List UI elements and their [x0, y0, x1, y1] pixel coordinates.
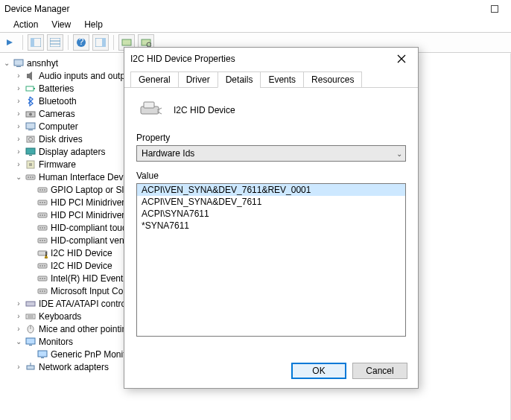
expand-icon[interactable]: › — [13, 135, 24, 143]
svg-rect-78 — [144, 102, 154, 108]
value-item[interactable]: ACPI\VEN_SYNA&DEV_7611 — [137, 196, 405, 208]
menubar: Action View Help — [0, 17, 511, 32]
tree-item-label: Network adapters — [37, 362, 109, 372]
window-maximize-button[interactable] — [477, 0, 511, 17]
ide-icon — [24, 298, 37, 310]
keyboard-icon — [24, 311, 37, 322]
cancel-button[interactable]: Cancel — [352, 363, 407, 379]
toolbar-btn-3[interactable] — [92, 34, 109, 51]
tree-item-label: Generic PnP Monitor — [49, 349, 133, 360]
tree-item-label: Computer — [37, 121, 78, 132]
expand-icon[interactable]: › — [13, 299, 24, 308]
expand-icon[interactable]: ⌄ — [13, 337, 24, 346]
tab-details[interactable]: Details — [218, 71, 261, 88]
tab-general[interactable]: General — [130, 71, 179, 88]
expand-icon[interactable]: ⌄ — [13, 173, 24, 181]
expand-icon[interactable]: › — [13, 71, 24, 80]
value-listbox[interactable]: ACPI\VEN_SYNA&DEV_7611&REV_0001ACPI\VEN_… — [136, 183, 406, 337]
hid-icon — [24, 171, 37, 183]
camera-icon — [24, 108, 37, 120]
property-combo[interactable]: Hardware Ids ⌄ — [136, 145, 406, 162]
hid-icon — [36, 209, 49, 221]
dialog-close-button[interactable] — [391, 51, 412, 67]
expand-icon[interactable]: ⌄ — [1, 59, 12, 67]
value-item[interactable]: *SYNA7611 — [137, 220, 405, 232]
svg-point-48 — [39, 240, 41, 241]
property-label: Property — [136, 133, 406, 143]
svg-point-60 — [44, 278, 45, 279]
svg-rect-20 — [28, 130, 33, 130]
svg-point-49 — [42, 240, 43, 241]
bluetooth-icon — [24, 95, 37, 107]
cancel-button-label: Cancel — [366, 366, 393, 376]
svg-point-37 — [42, 202, 43, 203]
grid-icon — [50, 38, 60, 47]
tab-driver[interactable]: Driver — [178, 71, 218, 88]
value-label: Value — [136, 171, 406, 181]
svg-rect-66 — [26, 314, 35, 319]
arrow-right-icon — [5, 38, 14, 47]
svg-rect-74 — [41, 357, 44, 358]
nav-forward-button[interactable] — [1, 34, 18, 51]
svg-rect-16 — [34, 88, 35, 89]
toolbar-btn-1[interactable] — [28, 34, 44, 51]
svg-rect-72 — [29, 345, 32, 346]
net-icon — [24, 361, 37, 373]
expand-icon[interactable]: › — [13, 84, 24, 92]
toolbar-separator — [68, 35, 69, 50]
device-name: I2C HID Device — [174, 105, 235, 115]
close-icon — [397, 54, 406, 63]
svg-point-29 — [30, 176, 31, 178]
svg-point-34 — [44, 189, 45, 191]
panel-icon — [31, 38, 41, 47]
svg-point-41 — [42, 214, 43, 216]
firmware-icon — [24, 159, 37, 171]
dialog-header[interactable]: I2C HID Device Properties — [124, 48, 418, 70]
expand-icon[interactable]: › — [13, 97, 24, 105]
dialog-tabs: General Driver Details Events Resources — [124, 70, 418, 88]
battery-icon — [24, 83, 37, 95]
value-item[interactable]: ACPI\SYNA7611 — [137, 208, 405, 220]
svg-rect-8 — [102, 38, 106, 47]
svg-rect-23 — [26, 148, 35, 154]
expand-icon[interactable]: › — [13, 312, 24, 320]
expand-icon[interactable]: › — [13, 109, 24, 118]
app-title: Device Manager — [4, 4, 69, 14]
panel-icon — [95, 38, 106, 47]
svg-point-40 — [39, 214, 41, 216]
ok-button[interactable]: OK — [291, 363, 346, 379]
svg-rect-24 — [29, 155, 32, 156]
svg-rect-71 — [26, 338, 35, 344]
expand-icon[interactable]: › — [13, 122, 24, 130]
menu-action[interactable]: Action — [13, 19, 38, 30]
tab-events-label: Events — [268, 74, 296, 85]
tree-root-label: ansnhyt — [25, 58, 58, 69]
svg-rect-13 — [16, 66, 21, 67]
value-item[interactable]: ACPI\VEN_SYNA&DEV_7611&REV_0001 — [137, 184, 405, 196]
expand-icon[interactable]: › — [13, 363, 24, 371]
tab-events[interactable]: Events — [260, 71, 304, 88]
hid-icon — [36, 285, 49, 297]
toolbar-help-button[interactable]: ? — [73, 34, 89, 51]
tab-resources[interactable]: Resources — [303, 71, 362, 88]
properties-dialog: I2C HID Device Properties General Driver… — [124, 47, 419, 389]
tab-driver-label: Driver — [186, 74, 210, 85]
svg-point-63 — [42, 290, 43, 292]
toolbar-btn-2[interactable] — [47, 34, 63, 51]
svg-rect-26 — [29, 163, 32, 166]
svg-point-42 — [44, 214, 45, 216]
svg-point-36 — [39, 202, 41, 203]
expand-icon[interactable]: › — [13, 325, 24, 333]
help-icon: ? — [76, 37, 86, 48]
property-combo-value: Hardware Ids — [142, 148, 194, 159]
tree-item-label: I2C HID Device — [49, 261, 112, 271]
svg-text:?: ? — [79, 37, 84, 47]
svg-rect-15 — [26, 86, 34, 91]
tab-details-label: Details — [226, 74, 253, 85]
svg-rect-65 — [26, 302, 35, 306]
expand-icon[interactable]: › — [13, 160, 24, 168]
tree-item-label: Disk drives — [37, 134, 83, 144]
expand-icon[interactable]: › — [13, 147, 24, 156]
menu-view[interactable]: View — [51, 19, 71, 30]
menu-help[interactable]: Help — [84, 19, 103, 30]
